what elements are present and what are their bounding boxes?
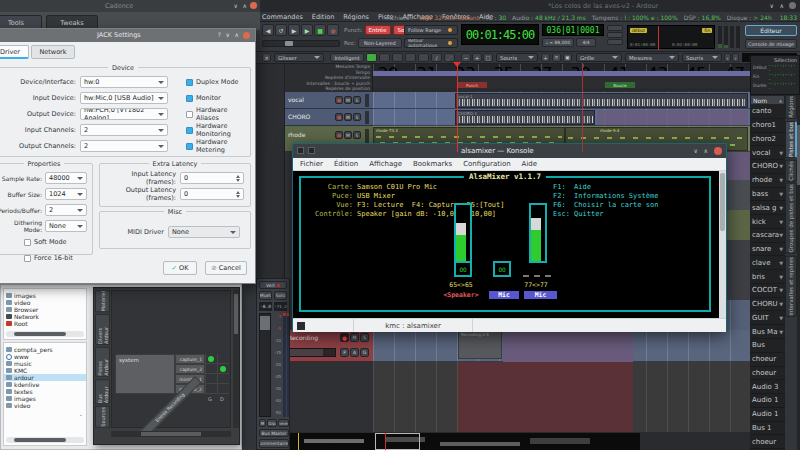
grid-unit-dropdown[interactable]: Mesures xyxy=(625,53,679,62)
track-list-item[interactable]: GUIT▼ xyxy=(750,311,785,325)
strip-peak-display[interactable]: -71.2 xyxy=(274,302,287,311)
speaker-mute-indicator[interactable]: OO xyxy=(454,261,472,277)
vertical-scrollbar[interactable] xyxy=(233,290,239,428)
track-list-item[interactable]: choro2▼ xyxy=(750,133,785,147)
zoom-in-button[interactable]: + xyxy=(472,53,482,62)
save-view-icon[interactable]: ▣ xyxy=(563,53,572,62)
side-tab[interactable]: Groupes de pistes et bus xyxy=(785,183,797,254)
konsole-menu-item[interactable]: Aide xyxy=(522,160,537,168)
track-list-item[interactable]: COCOT▼ xyxy=(750,284,785,298)
track-list-item[interactable]: kick▼ xyxy=(750,215,785,229)
mic-playback-mute-indicator[interactable]: OO xyxy=(493,261,511,277)
patchbay-tab[interactable]: Matériel xyxy=(95,290,110,312)
audition-tool-icon[interactable] xyxy=(418,53,429,62)
checkbox-icon[interactable] xyxy=(186,143,193,150)
automation-button[interactable]: A xyxy=(350,348,359,357)
field-value[interactable]: hw:0 xyxy=(80,76,168,88)
edit-point-dropdown[interactable]: Souris xyxy=(682,53,722,62)
midi-driver-dropdown[interactable]: None xyxy=(168,226,240,238)
playlist-button[interactable]: P xyxy=(340,348,349,357)
zoom-focus-dropdown[interactable]: Souris xyxy=(496,53,538,62)
close-icon[interactable] xyxy=(250,2,257,9)
drag-mode-dropdown[interactable]: Glisser xyxy=(274,53,324,62)
tab-network[interactable]: Network xyxy=(31,45,75,59)
track-list-item[interactable]: choro1▼ xyxy=(750,119,785,133)
konsole-menu-item[interactable]: Édition xyxy=(334,160,358,168)
range-tool-icon[interactable] xyxy=(379,53,390,62)
comments-button[interactable]: Commentaires xyxy=(259,439,289,448)
side-tab[interactable]: Clichés xyxy=(785,160,797,182)
shuttle-thumb[interactable] xyxy=(285,41,293,46)
track-list-item[interactable]: Bus▼ xyxy=(750,339,785,353)
menu-item[interactable]: Régions xyxy=(343,13,369,21)
connection-dot[interactable] xyxy=(208,356,214,362)
terminal[interactable]: AlsaMixer v1.1.7 Carte:Samson C01U Pro M… xyxy=(293,171,726,318)
checkbox-row[interactable]: Hardware Monitoring xyxy=(186,122,250,138)
draw-tool-icon[interactable]: / xyxy=(431,53,442,62)
track-list-item[interactable]: choeur▼ xyxy=(750,353,785,367)
konsole-menu-item[interactable]: Bookmarks xyxy=(413,160,452,168)
file-item[interactable]: video xyxy=(4,299,86,306)
checkbox-icon[interactable] xyxy=(24,255,31,262)
track-list-item[interactable]: CHORO▼ xyxy=(750,160,785,174)
monitor-option-button[interactable] xyxy=(607,25,623,31)
port-group-cell[interactable]: system xyxy=(115,354,175,394)
loop-button[interactable]: ↺ xyxy=(275,24,287,36)
terminal-scrollbar[interactable] xyxy=(719,171,726,318)
spin-arrows-icon[interactable] xyxy=(236,175,240,182)
editor-button[interactable]: Éditeur xyxy=(745,25,797,36)
track-body-choro[interactable]: CHORO-1 xyxy=(373,109,750,126)
checkbox-row[interactable]: Hardware Aliases xyxy=(186,106,250,122)
snap-options-icon[interactable]: ≡ xyxy=(552,53,561,62)
track-header-recording[interactable]: Recording ● M S P A G xyxy=(285,330,373,362)
track-list-item[interactable]: canto▼ xyxy=(750,105,785,119)
strip-gain-display[interactable]: -8.0 xyxy=(259,302,272,311)
cut-tool-icon[interactable] xyxy=(392,53,403,62)
end-marker[interactable]: fin xyxy=(702,28,712,33)
minimize-icon[interactable]: ∨ xyxy=(694,148,698,154)
maximize-icon[interactable]: ∧ xyxy=(704,148,708,154)
follow-range-dropdown[interactable]: Follow Range xyxy=(404,25,458,35)
cadence-titlebar[interactable]: Cadence ∨ ∧ xyxy=(0,0,260,12)
record-arm-icon[interactable]: ● xyxy=(340,333,349,342)
input-button[interactable]: Entrée xyxy=(278,419,289,427)
timecode-clock[interactable]: 00:01:45:00 xyxy=(461,24,539,45)
tempo-button[interactable]: ♩ = 88,000 xyxy=(542,38,574,47)
track-name[interactable]: rhode xyxy=(288,131,305,138)
field-value[interactable]: 1024 xyxy=(45,188,87,200)
track-list-item[interactable]: salsa g▼ xyxy=(750,201,785,215)
monitor-option-button[interactable] xyxy=(607,32,623,38)
patchbay-tab[interactable]: Bus Ardour xyxy=(95,379,110,404)
group-button[interactable]: G xyxy=(360,348,369,357)
mute-button[interactable]: M xyxy=(350,333,359,342)
audio-region[interactable]: CHORO-1 xyxy=(455,110,595,125)
smart-mode-button[interactable]: Intelligent xyxy=(330,53,364,62)
output-button[interactable]: Bus Master xyxy=(259,429,289,437)
checkbox-row[interactable]: Hardware Metering xyxy=(186,138,250,154)
track-name[interactable]: Recording xyxy=(288,334,318,341)
file-item[interactable]: KMC xyxy=(4,367,86,374)
jack-titlebar[interactable]: JACK Settings ? ∨ ∧ xyxy=(0,29,255,42)
strip-solo-button[interactable]: Solo xyxy=(274,291,287,300)
spin-arrows-icon[interactable] xyxy=(236,191,240,198)
patchbay-port[interactable]: capture_1 xyxy=(175,354,205,364)
track-fader[interactable] xyxy=(365,94,369,107)
field-value[interactable]: hw:Mic,0 [USB Audio] xyxy=(80,92,168,104)
track-list-item[interactable]: CHORU▼ xyxy=(750,298,785,312)
grab-tool-icon[interactable] xyxy=(366,53,377,62)
konsole-titlebar[interactable]: alsamixer — Konsole ∨ ∧ xyxy=(293,144,726,158)
file-item[interactable]: ardour xyxy=(4,374,86,381)
ok-button[interactable]: ✓OK xyxy=(163,261,197,275)
solo-button[interactable]: S xyxy=(360,333,369,342)
track-header-vocal[interactable]: vocal ● M S xyxy=(285,92,373,109)
file-item[interactable]: Root xyxy=(4,320,86,327)
solo-button[interactable]: S xyxy=(353,131,361,139)
record-arm-icon[interactable]: ● xyxy=(335,131,343,139)
solo-button[interactable]: S xyxy=(353,113,361,121)
strip-name-button[interactable]: Vert xyxy=(259,281,287,289)
connection-dot[interactable] xyxy=(220,366,226,372)
track-list-item[interactable]: bris▼ xyxy=(750,270,785,284)
auto-return-dropdown[interactable]: Retour automatique xyxy=(404,38,458,48)
track-list-item[interactable]: bass▼ xyxy=(750,188,785,202)
speaker-volume-bar[interactable] xyxy=(454,203,472,263)
